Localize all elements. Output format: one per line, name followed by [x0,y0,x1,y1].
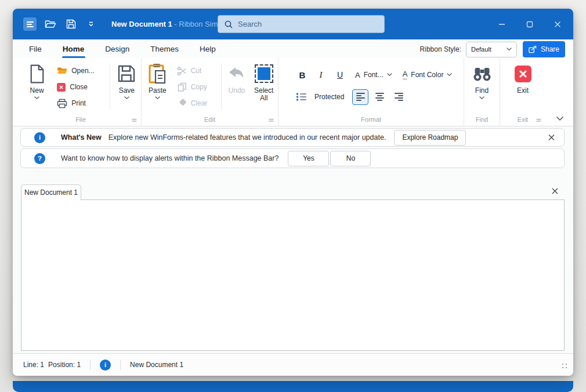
tab-file-label: File [29,45,42,53]
font-letter-icon: A [355,71,360,79]
tab-design-label: Design [105,45,129,53]
document-close-icon[interactable] [552,188,558,194]
share-icon [529,45,537,53]
open-button[interactable]: Open... [55,63,107,78]
paste-button-label: Paste [149,87,167,95]
minimize-button[interactable] [492,14,512,34]
select-all-button[interactable]: Select All [249,58,278,102]
undo-button-label: Undo [229,87,245,95]
ribbon-collapse-chevron[interactable] [556,116,564,121]
undo-icon [227,63,247,85]
share-button[interactable]: Share [523,41,565,57]
desktop-background: New Document 1 - Ribbon Simple Pad File … [0,0,586,392]
group-inner-separator [221,64,222,110]
copy-button[interactable]: Copy [175,79,219,95]
tab-home-label: Home [63,45,85,53]
bold-button[interactable]: B [296,70,309,80]
new-document-icon [29,63,45,85]
bullet-list-icon [296,92,308,101]
align-center-button[interactable] [371,89,388,105]
group-inner-separator [110,64,110,110]
close-document-button[interactable]: Close [55,79,107,95]
clear-button[interactable]: Clear [175,96,219,111]
whats-new-title: What's New [61,133,102,141]
print-button[interactable]: Print [55,96,107,111]
cut-button[interactable]: Cut [175,63,219,78]
align-right-icon [395,93,403,101]
no-button[interactable]: No [330,151,371,166]
copy-button-label: Copy [191,83,207,91]
paste-button[interactable]: Paste [143,58,172,100]
print-button-label: Print [71,99,86,107]
message-bar-alerts: ? Want to know how to display alerts wit… [20,148,565,168]
window-controls [484,9,567,39]
status-line: Line: 1 [23,361,44,369]
app-window: New Document 1 - Ribbon Simple Pad File … [13,9,573,376]
protected-toggle[interactable]: Protected [314,93,344,101]
close-document-icon [57,83,66,92]
chevron-down-icon [479,96,484,100]
chevron-down-icon [155,96,160,100]
document-tab-label: New Document 1 [24,188,78,197]
exit-button-label: Exit [517,87,529,95]
align-left-button[interactable] [352,89,368,105]
status-position: Position: 1 [48,361,81,369]
tab-design[interactable]: Design [95,39,140,58]
document-canvas[interactable] [21,199,565,351]
bullet-list-button[interactable] [296,92,308,101]
alerts-text: Want to know how to display alerts withi… [61,154,278,162]
exit-button[interactable]: Exit [508,58,538,95]
tab-themes[interactable]: Themes [140,39,189,58]
ribbon-group-find: Find Find [464,58,500,126]
ribbon-style-select[interactable]: Default [466,42,517,57]
new-button-label: New [30,87,44,95]
close-button-label: Close [70,83,88,91]
chevron-down-icon [34,96,39,100]
tab-help-label: Help [200,45,216,53]
maximize-button[interactable] [520,14,540,34]
tab-help[interactable]: Help [189,39,226,58]
qat-customize-icon[interactable] [85,18,97,31]
resize-grip[interactable] [562,364,567,368]
find-button[interactable]: Find [467,58,497,100]
align-center-icon [375,93,384,101]
document-tab[interactable]: New Document 1 [21,184,81,200]
font-dropdown[interactable]: A Font... [355,71,392,79]
status-document-name: New Document 1 [130,361,183,369]
align-right-button[interactable] [390,89,407,105]
share-button-label: Share [541,45,559,53]
cut-scissors-icon [177,66,187,75]
message-bar-whats-new: i What's New Explore new WinForms-relate… [20,128,565,147]
yes-button[interactable]: Yes [288,151,329,166]
tabrow-right-controls: Ribbon Style: Default Share [420,41,565,57]
open-folder-icon [57,67,67,75]
paste-icon [148,63,167,85]
status-info-icon: i [100,360,111,371]
edit-dialog-launcher[interactable] [269,118,274,122]
search-box[interactable] [218,15,385,33]
file-dialog-launcher[interactable] [132,118,137,122]
italic-button[interactable]: I [314,70,327,80]
chevron-down-icon [124,96,129,100]
new-button[interactable]: New [23,58,51,100]
tab-file[interactable]: File [19,39,52,58]
tab-home[interactable]: Home [52,39,95,58]
select-all-label: Select All [251,87,277,102]
chevron-down-icon [507,48,512,51]
exit-icon [515,63,531,85]
whats-new-text: Explore new WinForms-related features th… [108,133,386,141]
save-button[interactable]: Save [113,58,141,100]
ribbon-group-edit: Paste Cut Copy Clear [142,58,278,126]
close-button[interactable] [548,14,567,34]
underline-button[interactable]: U [333,70,347,79]
undo-button[interactable]: Undo [224,58,250,95]
font-color-dropdown[interactable]: A Font Color [403,70,453,80]
app-menu-icon[interactable] [23,17,37,31]
message-close-icon[interactable] [548,135,555,141]
exit-dialog-launcher[interactable] [536,118,541,122]
save-document-icon[interactable] [64,18,77,31]
open-document-icon[interactable] [44,18,57,31]
search-input[interactable] [238,20,384,28]
explore-roadmap-button[interactable]: Explore Roadmap [394,130,466,146]
font-color-letter-icon: A [403,70,408,80]
